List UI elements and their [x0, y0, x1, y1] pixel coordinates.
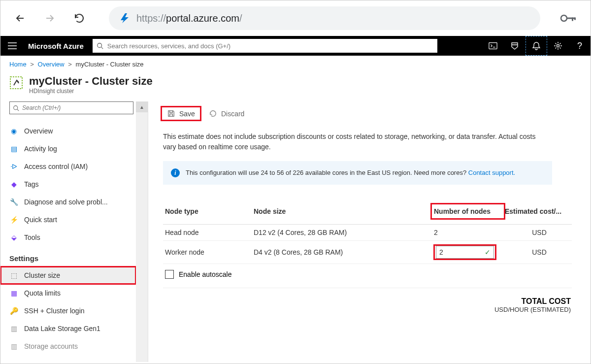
- save-button[interactable]: Save: [161, 106, 201, 121]
- sidebar-item-diagnose[interactable]: 🔧Diagnose and solve probl...: [0, 193, 136, 211]
- total-cost: TOTAL COST USD/HOUR (ESTIMATED): [148, 288, 591, 313]
- sidebar-item-tags[interactable]: ◆Tags: [0, 175, 136, 193]
- svg-rect-1: [566, 18, 575, 19]
- tools-icon: ⬙: [9, 233, 18, 241]
- log-icon: ▤: [9, 145, 18, 153]
- col-node-size: Node size: [254, 207, 431, 215]
- info-icon: i: [171, 168, 180, 177]
- key-icon: 🔑: [9, 307, 18, 315]
- autoscale-label: Enable autoscale: [179, 270, 231, 278]
- main-pane: Save Discard This estimate does not incl…: [148, 101, 591, 362]
- col-node-type: Node type: [165, 207, 254, 215]
- sidebar-item-activity-log[interactable]: ▤Activity log: [0, 140, 136, 158]
- help-icon[interactable]: ?: [569, 36, 591, 56]
- discard-button[interactable]: Discard: [204, 107, 249, 120]
- settings-icon[interactable]: [547, 36, 569, 56]
- sidebar-item-quickstart[interactable]: ⚡Quick start: [0, 211, 136, 229]
- key-icon: [560, 13, 576, 23]
- page-title: myCluster - Cluster size: [29, 75, 153, 88]
- cloud-shell-icon[interactable]: [482, 36, 504, 56]
- sidebar-item-overview[interactable]: ◉Overview: [0, 122, 136, 140]
- col-cost: Estimated cost/...: [505, 207, 574, 215]
- address-bar[interactable]: https://portal.azure.com/: [109, 6, 540, 30]
- col-number-nodes: Number of nodes: [431, 203, 505, 219]
- forward-button[interactable]: [40, 8, 60, 28]
- notifications-icon[interactable]: [525, 36, 547, 56]
- sidebar-search[interactable]: [9, 101, 133, 114]
- global-search[interactable]: [93, 39, 437, 53]
- page-title-row: myCluster - Cluster size HDInsight clust…: [0, 73, 591, 101]
- overview-icon: ◉: [9, 127, 18, 135]
- svg-rect-2: [572, 18, 573, 21]
- sidebar-scrollbar[interactable]: ▲: [136, 101, 148, 362]
- sidebar-search-input[interactable]: [22, 104, 130, 111]
- sidebar-item-access-control[interactable]: ᐒAccess control (IAM): [0, 158, 136, 175]
- svg-point-0: [561, 15, 567, 21]
- brand-label: Microsoft Azure: [24, 42, 93, 50]
- global-search-input[interactable]: [103, 42, 433, 50]
- page-subtitle: HDInsight cluster: [29, 88, 153, 95]
- save-icon: [167, 109, 175, 118]
- quota-icon: ▦: [9, 289, 18, 297]
- sidebar-item-quota[interactable]: ▦Quota limits: [0, 284, 136, 302]
- directory-icon[interactable]: [504, 36, 525, 56]
- svg-point-8: [14, 105, 18, 109]
- breadcrumb-home[interactable]: Home: [9, 61, 27, 68]
- reload-button[interactable]: [69, 8, 89, 28]
- head-node-count: 2: [431, 229, 505, 236]
- cluster-size-icon: ⬚: [9, 271, 18, 279]
- info-callout: i This configuration will use 24 to 56 o…: [163, 161, 552, 185]
- scroll-up-icon[interactable]: ▲: [136, 101, 148, 112]
- azure-logo-icon: [119, 12, 131, 24]
- menu-button[interactable]: [0, 36, 24, 56]
- worker-node-count-input[interactable]: 2 ✓: [436, 246, 494, 259]
- svg-rect-5: [489, 43, 497, 49]
- check-icon: ✓: [485, 248, 491, 256]
- contact-support-link[interactable]: Contact support.: [468, 169, 515, 176]
- description-text: This estimate does not include subscript…: [148, 125, 562, 161]
- breadcrumb: Home > Overview > myCluster - Cluster si…: [0, 56, 591, 73]
- sidebar-item-datalake[interactable]: ▥Data Lake Storage Gen1: [0, 320, 136, 337]
- azure-header: Microsoft Azure ?: [0, 36, 591, 56]
- sidebar-heading-settings: Settings: [0, 246, 136, 266]
- url-text: https://portal.azure.com/: [136, 13, 242, 24]
- svg-rect-7: [10, 77, 22, 89]
- iam-icon: ᐒ: [9, 163, 18, 170]
- sidebar-item-cluster-size[interactable]: ⬚Cluster size: [0, 266, 136, 284]
- sidebar: « ◉Overview ▤Activity log ᐒAccess contro…: [0, 101, 148, 362]
- sidebar-item-storage[interactable]: ▥Storage accounts: [0, 337, 136, 355]
- autoscale-checkbox[interactable]: [165, 270, 174, 279]
- cluster-icon: [9, 76, 23, 90]
- node-table: Node type Node size Number of nodes Esti…: [163, 199, 572, 288]
- browser-toolbar: https://portal.azure.com/: [0, 0, 591, 36]
- breadcrumb-overview[interactable]: Overview: [38, 61, 65, 68]
- storage-icon: ▥: [9, 325, 18, 332]
- table-row: Worker node D4 v2 (8 Cores, 28 GB RAM) 2…: [163, 241, 572, 264]
- svg-point-6: [557, 45, 559, 47]
- sidebar-item-tools[interactable]: ⬙Tools: [0, 229, 136, 246]
- svg-rect-3: [574, 18, 576, 20]
- svg-point-4: [98, 43, 102, 48]
- tags-icon: ◆: [9, 180, 18, 188]
- discard-icon: [209, 109, 217, 118]
- sidebar-item-ssh[interactable]: 🔑SSH + Cluster login: [0, 302, 136, 320]
- diagnose-icon: 🔧: [9, 198, 18, 206]
- back-button[interactable]: [10, 8, 30, 28]
- table-row: Head node D12 v2 (4 Cores, 28 GB RAM) 2 …: [163, 225, 572, 241]
- breadcrumb-current: myCluster - Cluster size: [76, 61, 144, 68]
- quickstart-icon: ⚡: [9, 216, 18, 224]
- storage-accounts-icon: ▥: [9, 342, 18, 350]
